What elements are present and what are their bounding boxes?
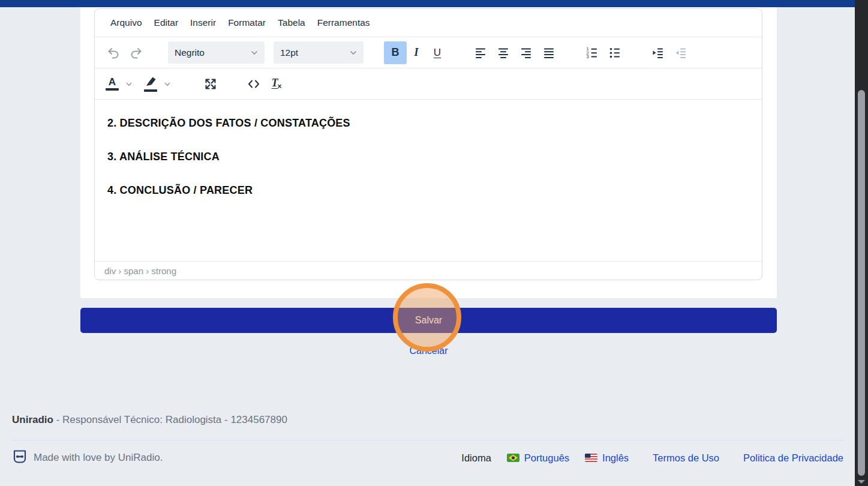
indent-icon (651, 46, 665, 60)
menu-tabela[interactable]: Tabela (272, 13, 311, 32)
chevron-down-icon (126, 79, 132, 88)
numbered-list-icon: 123 (585, 46, 599, 60)
clear-formatting-button[interactable]: T× (265, 73, 288, 95)
underline-button[interactable]: U (426, 41, 449, 64)
footer-divider (12, 440, 843, 440)
report-editor-card: Arquivo Editar Inserir Formatar Tabela F… (80, 7, 777, 298)
bullet-list-icon (608, 46, 622, 60)
highlight-color-swatch (144, 89, 157, 92)
chevron-down-icon (251, 48, 258, 57)
element-path[interactable]: div › span › strong (104, 266, 176, 276)
menu-ferramentas[interactable]: Ferramentas (311, 13, 376, 32)
align-justify-button[interactable] (537, 41, 560, 64)
align-center-icon (496, 46, 510, 60)
portuguese-label: Português (524, 452, 569, 464)
editor-content-area[interactable]: 2. DESCRIÇÃO DOS FATOS / CONSTATAÇÕES 3.… (95, 100, 762, 261)
font-size-select[interactable]: 12pt (274, 41, 364, 64)
outdent-button[interactable] (669, 41, 692, 64)
uniradio-logo-icon (12, 449, 28, 467)
report-heading: 4. CONCLUSÃO / PARECER (107, 185, 749, 196)
english-label: Inglês (602, 452, 629, 464)
align-left-button[interactable] (469, 41, 492, 64)
font-size-value: 12pt (280, 47, 344, 58)
company-info: Uniradio - Responsável Técnico: Radiolog… (12, 414, 287, 426)
text-color-menu-button[interactable] (122, 73, 136, 95)
code-icon (247, 77, 261, 91)
fullscreen-button[interactable] (199, 73, 222, 95)
report-heading: 3. ANÁLISE TÉCNICA (107, 151, 749, 162)
align-right-button[interactable] (515, 41, 537, 64)
redo-button[interactable] (125, 41, 148, 64)
redo-icon (129, 46, 143, 60)
italic-icon: I (414, 46, 418, 59)
bullet-list-button[interactable] (603, 41, 626, 64)
language-portuguese-link[interactable]: Português (507, 452, 569, 464)
toolbar-row-1: Negrito 12pt B I U (95, 37, 762, 68)
align-left-icon (473, 46, 488, 60)
align-justify-icon (542, 46, 556, 60)
menu-arquivo[interactable]: Arquivo (104, 13, 148, 32)
privacy-policy-link[interactable]: Politica de Privacidade (743, 452, 843, 464)
text-color-icon: A (109, 77, 116, 87)
menu-formatar[interactable]: Formatar (222, 13, 272, 32)
underline-icon: U (434, 47, 441, 59)
indent-button[interactable] (647, 41, 669, 64)
cancel-link[interactable]: Cancelar (409, 346, 447, 356)
bold-button[interactable]: B (384, 41, 407, 64)
align-center-button[interactable] (492, 41, 515, 64)
scrollbar-thumb[interactable] (858, 90, 865, 476)
highlighter-icon (143, 76, 158, 88)
language-english-link[interactable]: Inglês (585, 452, 629, 464)
footer-branding: Made with love by UniRadio. (12, 449, 163, 467)
scrollbar[interactable] (855, 0, 868, 486)
brazil-flag-icon (507, 454, 519, 462)
bold-icon: B (392, 46, 400, 59)
clear-formatting-icon: T× (271, 77, 281, 91)
save-button[interactable]: Salvar (80, 308, 777, 333)
footer-links: Idioma Português Inglês Termos de Uso Po… (461, 452, 843, 464)
highlight-color-menu-button[interactable] (161, 73, 174, 95)
page: Arquivo Editar Inserir Formatar Tabela F… (0, 0, 868, 486)
block-format-select[interactable]: Negrito (168, 41, 265, 64)
svg-text:3: 3 (587, 54, 589, 59)
chevron-down-icon (350, 48, 357, 57)
italic-button[interactable]: I (407, 41, 426, 64)
report-heading: 2. DESCRIÇÃO DOS FATOS / CONSTATAÇÕES (107, 118, 749, 128)
chevron-down-icon (164, 79, 170, 88)
company-name: Uniradio (12, 414, 53, 425)
top-navigation-bar (0, 0, 868, 7)
language-label: Idioma (461, 452, 491, 464)
highlight-color-button[interactable] (140, 73, 161, 95)
undo-icon (106, 46, 121, 60)
editor-menubar: Arquivo Editar Inserir Formatar Tabela F… (95, 9, 762, 37)
toolbar-row-2: A (95, 68, 762, 100)
source-code-button[interactable] (242, 73, 265, 95)
text-color-button[interactable]: A (102, 73, 122, 95)
outdent-icon (674, 46, 688, 60)
menu-editar[interactable]: Editar (148, 13, 185, 32)
terms-of-use-link[interactable]: Termos de Uso (653, 452, 719, 464)
align-right-icon (519, 46, 533, 60)
cancel-row: Cancelar (80, 346, 777, 356)
text-color-swatch (106, 88, 119, 91)
made-with-text: Made with love by UniRadio. (34, 452, 163, 464)
block-format-value: Negrito (175, 47, 245, 58)
undo-button[interactable] (102, 41, 125, 64)
scrollbar-down-arrow[interactable] (858, 480, 865, 484)
fullscreen-icon (203, 77, 218, 91)
footer: Made with love by UniRadio. Idioma Portu… (12, 448, 843, 467)
company-details: - Responsável Técnico: Radiologista - 12… (53, 414, 287, 425)
us-flag-icon (585, 454, 597, 462)
rich-text-editor: Arquivo Editar Inserir Formatar Tabela F… (94, 8, 762, 280)
menu-inserir[interactable]: Inserir (184, 13, 222, 32)
numbered-list-button[interactable]: 123 (581, 41, 603, 64)
editor-statusbar: div › span › strong (95, 261, 762, 280)
